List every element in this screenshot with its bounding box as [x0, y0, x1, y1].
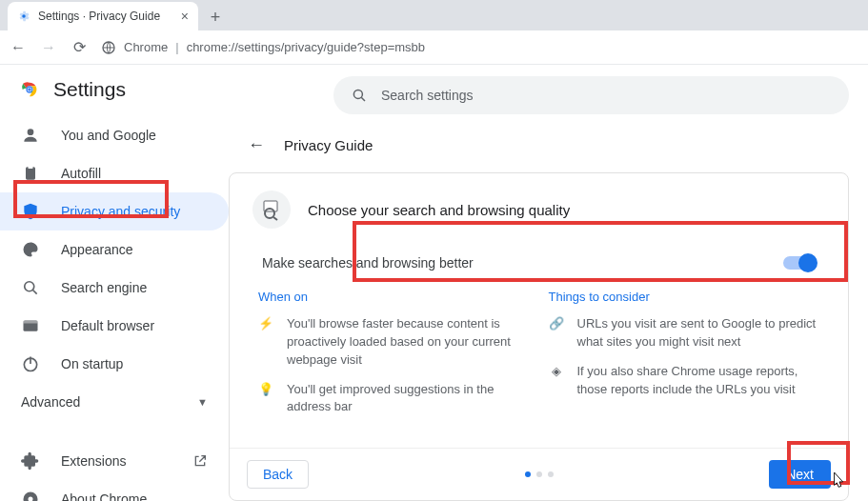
back-arrow-icon[interactable]: ←	[248, 135, 265, 155]
svg-point-17	[353, 90, 362, 98]
site-info-icon[interactable]	[101, 40, 116, 55]
sidebar-item-label: Appearance	[61, 242, 133, 257]
search-icon	[351, 87, 368, 104]
svg-line-10	[33, 291, 37, 294]
svg-rect-12	[24, 320, 38, 323]
privacy-guide-card: Choose your search and browsing quality …	[229, 172, 849, 501]
sidebar-item-label: Search engine	[61, 280, 147, 295]
back-icon[interactable]: ←	[10, 39, 27, 56]
search-input[interactable]: Search settings	[333, 76, 849, 114]
step-indicator	[309, 471, 769, 477]
page-title: Settings	[53, 78, 126, 101]
cursor-icon	[831, 471, 848, 491]
card-footer: Back Next	[230, 448, 848, 500]
about-chrome-label: About Chrome	[61, 491, 147, 501]
when-on-header: When on	[258, 290, 530, 304]
breadcrumb-title: Privacy Guide	[284, 137, 373, 153]
sidebar-advanced[interactable]: Advanced ▼	[0, 383, 229, 421]
toggle-switch[interactable]	[783, 256, 816, 270]
card-title: Choose your search and browsing quality	[308, 202, 570, 218]
sidebar-item-label: Autofill	[61, 166, 101, 181]
url-host: Chrome	[124, 40, 168, 54]
search-icon	[21, 278, 40, 297]
svg-line-18	[361, 97, 365, 101]
sidebar: Settings You and Google Autofill Privacy…	[0, 65, 229, 501]
consider-header: Things to consider	[549, 290, 820, 304]
power-icon	[21, 354, 40, 373]
close-icon[interactable]: ×	[181, 9, 189, 24]
gear-icon	[17, 10, 30, 23]
lightbulb-icon: 💡	[258, 381, 273, 417]
bolt-icon: ⚡	[258, 315, 273, 370]
when-on-item: 💡 You'll get improved suggestions in the…	[258, 381, 530, 417]
browser-tab[interactable]: Settings · Privacy Guide ×	[8, 2, 198, 30]
new-tab-button[interactable]: +	[202, 4, 229, 30]
sidebar-item-search-engine[interactable]: Search engine	[0, 269, 229, 307]
main-content: Search settings ← Privacy Guide Choose y…	[229, 65, 868, 501]
sidebar-item-on-startup[interactable]: On startup	[0, 345, 229, 383]
open-external-icon	[192, 453, 208, 469]
sidebar-item-default-browser[interactable]: Default browser	[0, 307, 229, 345]
consider-column: Things to consider 🔗 URLs you visit are …	[549, 290, 820, 428]
extension-icon	[21, 451, 40, 471]
sidebar-item-label: You and Google	[61, 128, 156, 143]
extensions-label: Extensions	[61, 453, 126, 469]
svg-rect-8	[29, 166, 33, 169]
palette-icon	[21, 240, 40, 259]
search-placeholder: Search settings	[381, 88, 474, 103]
sidebar-item-about-chrome[interactable]: About Chrome	[0, 480, 229, 501]
sidebar-item-appearance[interactable]: Appearance	[0, 230, 229, 269]
browser-toolbar: ← → ⟳ Chrome | chrome://settings/privacy…	[0, 30, 868, 65]
sidebar-item-extensions[interactable]: Extensions	[0, 442, 229, 480]
svg-line-21	[273, 217, 277, 220]
svg-point-5	[28, 88, 31, 91]
setting-make-searches-better[interactable]: Make searches and browsing better	[247, 242, 831, 284]
setting-label: Make searches and browsing better	[262, 255, 474, 271]
sidebar-item-label: Default browser	[61, 318, 154, 333]
person-icon	[21, 126, 40, 145]
browser-icon	[21, 316, 40, 335]
tab-title: Settings · Privacy Guide	[38, 10, 160, 23]
when-on-column: When on ⚡ You'll browse faster because c…	[258, 290, 530, 428]
consider-item: 🔗 URLs you visit are sent to Google to p…	[549, 315, 820, 351]
search-quality-icon	[252, 190, 291, 229]
next-button[interactable]: Next	[769, 460, 831, 489]
sidebar-item-autofill[interactable]: Autofill	[0, 154, 229, 192]
clipboard-icon	[21, 164, 40, 183]
back-button[interactable]: Back	[247, 460, 309, 489]
reload-icon[interactable]: ⟳	[71, 38, 88, 56]
sidebar-item-privacy-security[interactable]: Privacy and security	[0, 192, 229, 230]
shield-icon	[21, 202, 40, 221]
tab-strip: Settings · Privacy Guide × +	[0, 0, 868, 30]
svg-rect-7	[26, 167, 35, 179]
when-on-item: ⚡ You'll browse faster because content i…	[258, 315, 530, 370]
diamond-icon: ◈	[549, 363, 564, 399]
sidebar-item-you-and-google[interactable]: You and Google	[0, 116, 229, 154]
sidebar-item-label: On startup	[61, 356, 123, 371]
forward-icon: →	[40, 39, 57, 56]
breadcrumb: ← Privacy Guide	[248, 135, 849, 155]
step-dot	[525, 471, 531, 477]
address-bar[interactable]: Chrome | chrome://settings/privacy/guide…	[101, 40, 858, 55]
chrome-logo-icon	[19, 79, 40, 100]
step-dot	[536, 471, 542, 477]
svg-point-9	[25, 282, 34, 291]
sidebar-item-label: Privacy and security	[61, 204, 180, 219]
consider-item: ◈ If you also share Chrome usage reports…	[549, 363, 820, 399]
svg-point-6	[28, 129, 34, 135]
brand: Settings	[0, 78, 229, 116]
link-icon: 🔗	[549, 315, 564, 351]
chrome-icon	[21, 490, 40, 501]
advanced-label: Advanced	[21, 394, 80, 410]
url-path: chrome://settings/privacy/guide?step=msb…	[187, 40, 425, 54]
step-dot	[548, 471, 554, 477]
chevron-down-icon: ▼	[197, 396, 208, 408]
